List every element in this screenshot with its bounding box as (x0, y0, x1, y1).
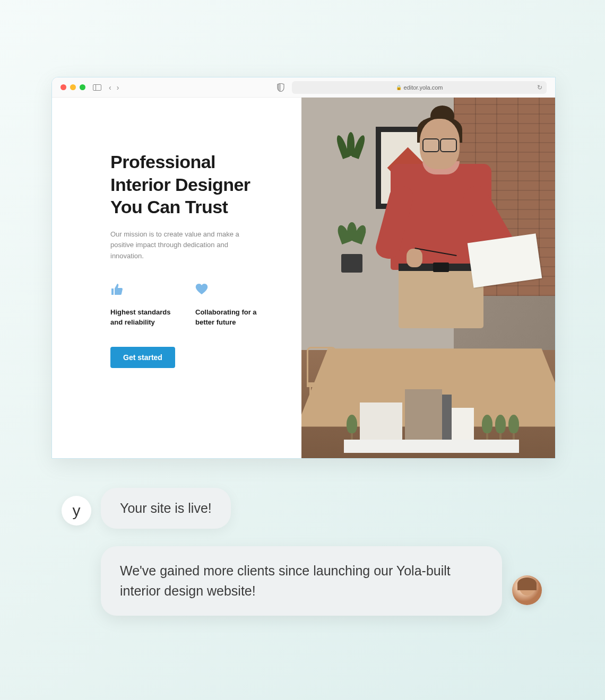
chair-icon (307, 347, 344, 416)
sidebar-toggle-icon[interactable] (93, 84, 101, 91)
page-content: Professional Interior Designer You Can T… (52, 98, 555, 458)
thumbs-up-icon (110, 283, 179, 298)
chat-bubble-system: Your site is live! (101, 488, 231, 529)
chat-bubble-user: We've gained more clients since launchin… (101, 546, 502, 616)
refresh-icon[interactable]: ↻ (537, 84, 542, 91)
browser-toolbar: ‹ › 🔒 editor.yola.com ↻ (52, 77, 555, 98)
back-icon[interactable]: ‹ (109, 83, 111, 92)
minimize-icon[interactable] (70, 84, 76, 90)
lock-icon: 🔒 (396, 85, 402, 90)
nav-arrows: ‹ › (109, 83, 119, 92)
forward-icon[interactable]: › (117, 83, 119, 92)
get-started-button[interactable]: Get started (110, 347, 175, 368)
maximize-icon[interactable] (80, 84, 85, 90)
privacy-shield-icon[interactable] (277, 83, 284, 92)
features-row: Highest standards and reliability Collab… (110, 283, 275, 328)
feature-text: Highest standards and reliability (110, 308, 179, 328)
hero-left: Professional Interior Designer You Can T… (52, 98, 301, 458)
hero-title-line: Professional (110, 152, 215, 172)
hero-description: Our mission is to create value and make … (110, 229, 248, 262)
hero-title-line: Interior Designer (110, 174, 250, 195)
hero-image (301, 98, 555, 458)
close-icon[interactable] (60, 84, 66, 90)
heart-icon (195, 283, 264, 298)
url-bar[interactable]: 🔒 editor.yola.com ↻ (292, 81, 547, 94)
hero-title-line: You Can Trust (110, 197, 228, 217)
feature-text: Collaborating for a better future (195, 308, 264, 328)
url-text: editor.yola.com (404, 84, 443, 91)
person-illustration (369, 106, 507, 344)
plant-icon (333, 225, 370, 273)
browser-window: ‹ › 🔒 editor.yola.com ↻ Professional Int… (51, 77, 556, 459)
system-avatar: y (62, 496, 91, 526)
user-avatar (512, 575, 542, 605)
architectural-model-icon (344, 368, 519, 453)
hero-title: Professional Interior Designer You Can T… (110, 151, 275, 218)
window-controls (60, 84, 85, 90)
feature-item: Collaborating for a better future (195, 283, 264, 328)
feature-item: Highest standards and reliability (110, 283, 179, 328)
